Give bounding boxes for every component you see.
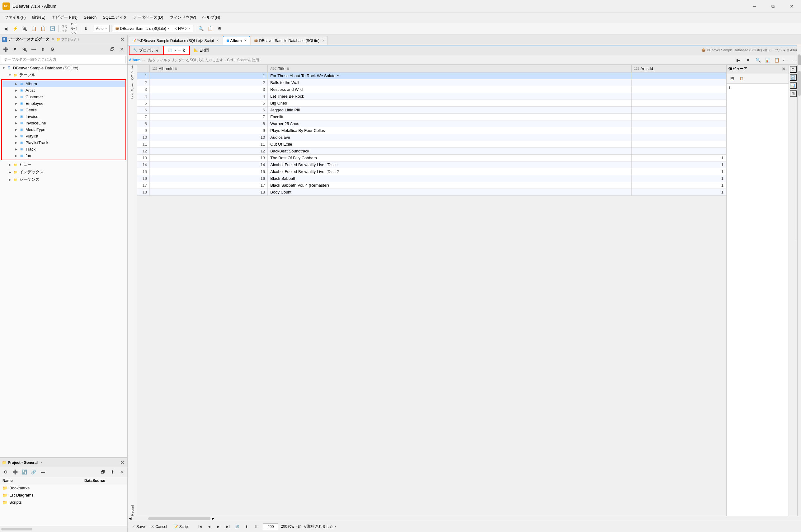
- nav-settings2[interactable]: ⚙: [252, 522, 260, 531]
- cell-artistid[interactable]: 1: [631, 189, 726, 196]
- filter-btn3[interactable]: 📋: [772, 56, 781, 64]
- table-row[interactable]: 22Balls to the Wall: [137, 79, 726, 86]
- cancel-btn[interactable]: ✕ Cancel: [149, 524, 169, 530]
- script-btn[interactable]: 📝 Script: [171, 524, 191, 530]
- vv-btn2[interactable]: 📋: [737, 74, 746, 83]
- table-row[interactable]: 1212BackBeat Soundtrack: [137, 148, 726, 155]
- tree-table-genre[interactable]: ▶ ⊞ Genre: [2, 107, 125, 113]
- tree-db-root[interactable]: ▼ 🗄 DBeaver Sample Database (SQLite): [0, 65, 127, 71]
- cell-albumid[interactable]: 5: [150, 100, 268, 107]
- cell-title[interactable]: Plays Metallica By Four Cellos: [268, 127, 631, 134]
- h-scrollbar-row[interactable]: ◀ ▶: [128, 516, 801, 521]
- nav-prev[interactable]: ◀: [205, 522, 213, 531]
- panel-close[interactable]: ✕: [119, 36, 126, 43]
- filter-apply[interactable]: ▶: [734, 56, 743, 64]
- cell-albumid[interactable]: 1: [150, 73, 268, 79]
- nav-next[interactable]: ▶: [214, 522, 223, 531]
- filter-btn4[interactable]: ⟵: [782, 56, 790, 64]
- cell-artistid[interactable]: [631, 86, 726, 93]
- tree-views-folder[interactable]: ▶ 📁 ビュー: [0, 161, 127, 168]
- save-btn[interactable]: ✓ Save: [130, 524, 147, 530]
- nav-close[interactable]: ✕: [117, 45, 126, 54]
- toolbar-btn6[interactable]: ⬇: [81, 24, 90, 33]
- nav-min[interactable]: 🗗: [108, 45, 117, 54]
- cell-artistid[interactable]: [631, 73, 726, 79]
- cell-albumid[interactable]: 9: [150, 127, 268, 134]
- cell-title[interactable]: Alcohol Fueled Brewtality Live! [Disc :: [268, 162, 631, 168]
- toolbar-btn1[interactable]: ⚡: [11, 24, 19, 33]
- menu-search[interactable]: Search: [81, 14, 100, 21]
- toolbar-rollback[interactable]: ロールバック: [70, 24, 78, 33]
- cell-artistid[interactable]: 1: [631, 155, 726, 162]
- project-close-btn[interactable]: ✕: [117, 468, 126, 476]
- cell-albumid[interactable]: 4: [150, 93, 268, 100]
- toolbar-btn3[interactable]: 📋: [29, 24, 38, 33]
- toolbar-back[interactable]: ◀: [1, 24, 10, 33]
- tree-table-invoiceline[interactable]: ▶ ⊞ InvoiceLine: [2, 120, 125, 126]
- cell-albumid[interactable]: 14: [150, 162, 268, 168]
- sub-tab-properties[interactable]: 🔧 プロパティ: [129, 46, 164, 55]
- cell-artistid[interactable]: [631, 100, 726, 107]
- nav-add[interactable]: ➕: [1, 45, 10, 54]
- v-scrollbar[interactable]: [797, 65, 801, 516]
- editor-tab-album[interactable]: ⊞ Album ✕: [223, 36, 250, 45]
- table-row[interactable]: 1111Out Of Exile: [137, 141, 726, 148]
- cell-albumid[interactable]: 11: [150, 141, 268, 148]
- row-count-input[interactable]: [263, 523, 278, 530]
- cell-albumid[interactable]: 15: [150, 168, 268, 175]
- nav-last[interactable]: ▶|: [224, 522, 232, 531]
- cell-artistid[interactable]: [631, 141, 726, 148]
- tree-table-playlist[interactable]: ▶ ⊞ Playlist: [2, 133, 125, 139]
- cell-albumid[interactable]: 10: [150, 134, 268, 141]
- cell-title[interactable]: Black Sabbath: [268, 175, 631, 182]
- table-row[interactable]: 1414Alcohol Fueled Brewtality Live! [Dis…: [137, 162, 726, 168]
- tree-table-mediatype[interactable]: ▶ ⊞ MediaType: [2, 126, 125, 133]
- table-container[interactable]: 123 AlbumId ⇅ ABC Title ⇅: [137, 65, 726, 516]
- cell-title[interactable]: Jagged Little Pill: [268, 107, 631, 114]
- col-albumid[interactable]: 123 AlbumId ⇅: [150, 65, 268, 73]
- menu-database[interactable]: データベース(D): [130, 13, 166, 21]
- project-item-bookmarks[interactable]: 📁 Bookmarks: [0, 484, 127, 492]
- table-row[interactable]: 1717Black Sabbath Vol. 4 (Remaster)1: [137, 182, 726, 189]
- cell-albumid[interactable]: 13: [150, 155, 268, 162]
- db-tab-close[interactable]: ✕: [322, 39, 324, 42]
- vv-btn1[interactable]: 💾: [728, 74, 737, 83]
- cell-title[interactable]: Balls to the Wall: [268, 79, 631, 86]
- cell-artistid[interactable]: [631, 120, 726, 127]
- script-tab-close[interactable]: ✕: [216, 39, 219, 42]
- tree-sequences-folder[interactable]: ▶ 📁 シーケンス: [0, 176, 127, 183]
- table-search-input[interactable]: [2, 56, 126, 63]
- cell-title[interactable]: Warner 25 Anos: [268, 120, 631, 127]
- tree-tables-folder[interactable]: ▼ 📁 テーブル: [0, 71, 127, 79]
- cell-albumid[interactable]: 7: [150, 114, 268, 120]
- table-row[interactable]: 88Warner 25 Anos: [137, 120, 726, 127]
- auto-commit-combo[interactable]: Auto ▼: [94, 25, 110, 32]
- album-tab-close[interactable]: ✕: [244, 39, 246, 42]
- cell-title[interactable]: For Those About To Rock We Salute Y: [268, 73, 631, 79]
- cell-artistid[interactable]: [631, 127, 726, 134]
- nav-collapse[interactable]: ⬆: [39, 45, 47, 54]
- scroll-left[interactable]: ◀: [128, 516, 133, 520]
- db-combo[interactable]: 📦 DBeaver Sam … e (SQLite) ▼: [113, 25, 172, 32]
- cell-title[interactable]: Restless and Wild: [268, 86, 631, 93]
- cell-albumid[interactable]: 12: [150, 148, 268, 155]
- right-icon-btn3[interactable]: 📊: [790, 82, 797, 89]
- right-icon-btn2[interactable]: 🔄: [790, 74, 797, 81]
- project-connect[interactable]: 🔗: [29, 468, 38, 476]
- project-settings[interactable]: ⚙: [1, 468, 10, 476]
- cell-artistid[interactable]: [631, 93, 726, 100]
- table-row[interactable]: 1010Audioslave: [137, 134, 726, 141]
- cell-title[interactable]: Black Sabbath Vol. 4 (Remaster): [268, 182, 631, 189]
- cell-albumid[interactable]: 16: [150, 175, 268, 182]
- cell-title[interactable]: The Best Of Billy Cobham: [268, 155, 631, 162]
- menu-help[interactable]: ヘルプ(H): [199, 13, 223, 21]
- sub-tab-er[interactable]: 📐 ER図: [190, 46, 213, 55]
- scroll-right[interactable]: ▶: [210, 516, 216, 520]
- nav-export[interactable]: ⬆: [242, 522, 251, 531]
- menu-navigate[interactable]: ナビゲート(N): [49, 13, 81, 21]
- nav-dropdown[interactable]: ▼: [11, 45, 19, 54]
- table-row[interactable]: 11For Those About To Rock We Salute Y: [137, 73, 726, 79]
- cell-title[interactable]: Body Count: [268, 189, 631, 196]
- project-collapse[interactable]: ⬆: [108, 468, 117, 476]
- nav-refresh[interactable]: 🔄: [233, 522, 242, 531]
